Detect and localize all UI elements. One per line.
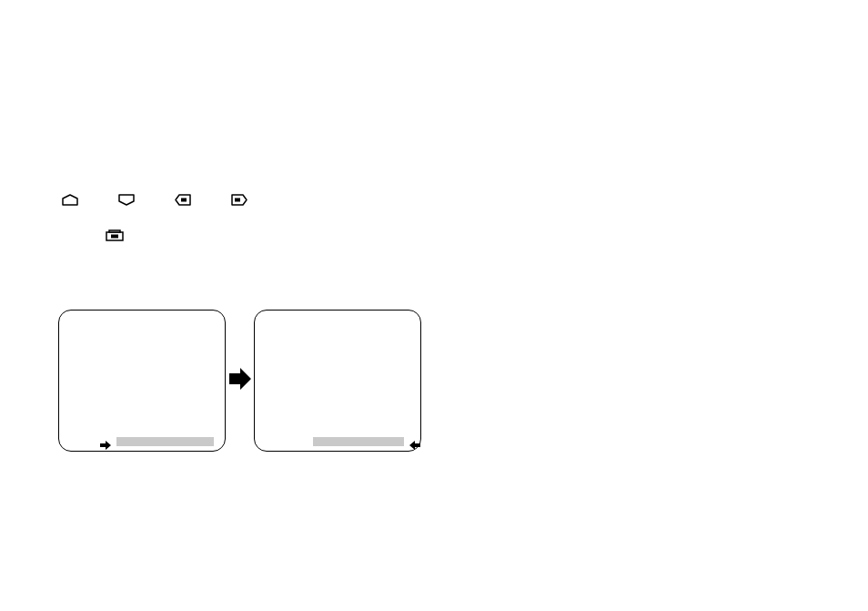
envelope-center-icon — [106, 229, 124, 241]
envelope-up-icon — [62, 194, 78, 206]
panel-left — [58, 310, 226, 452]
envelope-right-icon — [231, 194, 247, 206]
icon-row-2 — [106, 229, 124, 241]
envelope-down-icon — [118, 194, 135, 206]
svg-rect-1 — [235, 199, 240, 202]
small-arrow-right-icon — [99, 437, 112, 453]
progress-bar-left — [116, 437, 214, 446]
svg-rect-0 — [181, 199, 187, 202]
small-arrow-left-icon — [409, 437, 421, 453]
transition-arrow-icon — [226, 364, 255, 397]
progress-bar-right — [313, 437, 404, 446]
envelope-left-icon — [175, 194, 191, 206]
panel-right — [254, 310, 421, 452]
svg-rect-2 — [111, 235, 118, 239]
icon-row — [62, 194, 247, 206]
